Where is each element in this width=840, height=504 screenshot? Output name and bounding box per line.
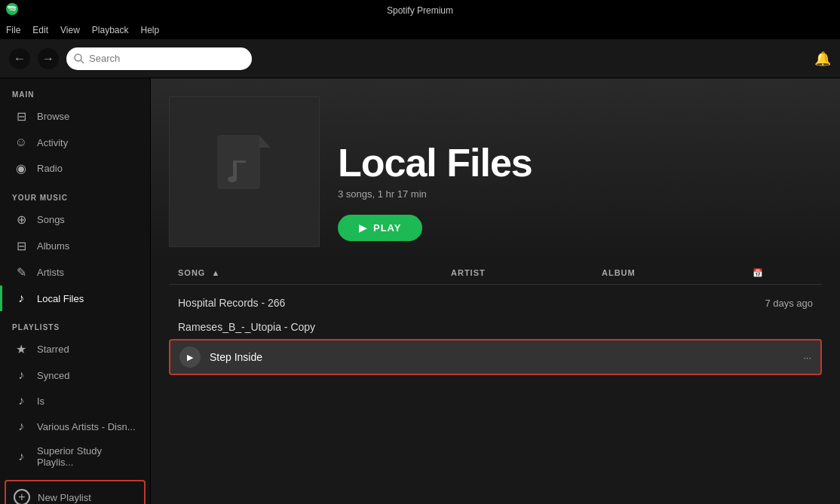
play-button[interactable]: ▶ PLAY	[338, 215, 422, 241]
sidebar-item-is[interactable]: ♪ Is	[0, 388, 150, 414]
sidebar-superior-label: Superior Study Playlis...	[37, 445, 138, 468]
track-name: Rameses_B_-_Utopia - Copy	[178, 321, 451, 333]
menu-file[interactable]: File	[6, 25, 20, 35]
notification-icon[interactable]: 🔔	[814, 50, 831, 67]
track-date: 7 days ago	[753, 298, 813, 309]
search-input[interactable]	[89, 53, 244, 64]
sidebar-local-files-label: Local Files	[37, 293, 84, 304]
sidebar-your-music-label: YOUR MUSIC	[0, 182, 150, 206]
play-button-label: PLAY	[373, 222, 401, 234]
sidebar-item-various-artists[interactable]: ♪ Various Artists - Disn...	[0, 414, 150, 439]
content-area: Local Files 3 songs, 1 hr 17 min ▶ PLAY …	[151, 78, 840, 504]
hero-meta: 3 songs, 1 hr 17 min	[338, 188, 532, 200]
title-bar: Spotify Premium	[0, 0, 840, 21]
artists-icon: ✎	[14, 265, 28, 279]
sidebar-item-browse[interactable]: ⊟ Browse	[0, 103, 150, 130]
new-playlist-plus-icon: +	[14, 489, 30, 504]
new-playlist-label: New Playlist	[38, 492, 91, 503]
column-artist: ARTIST	[451, 268, 602, 278]
forward-button[interactable]: →	[38, 48, 59, 69]
sidebar-item-local-files[interactable]: ♪ Local Files	[0, 286, 150, 311]
track-title: Rameses_B_-_Utopia - Copy	[178, 321, 315, 333]
menu-help[interactable]: Help	[141, 25, 160, 35]
svg-line-2	[81, 60, 84, 63]
track-list: SONG ▲ ARTIST ALBUM 📅 Hospital Records -…	[151, 262, 840, 504]
main-layout: MAIN ⊟ Browse ☺ Activity ◉ Radio YOUR MU…	[0, 78, 840, 504]
menu-playback[interactable]: Playback	[92, 25, 129, 35]
hero-section: Local Files 3 songs, 1 hr 17 min ▶ PLAY	[151, 78, 840, 262]
track-title: Step Inside	[210, 351, 262, 363]
table-row[interactable]: Rameses_B_-_Utopia - Copy	[169, 315, 822, 339]
sidebar-radio-label: Radio	[37, 163, 63, 174]
sidebar-main-label: MAIN	[0, 78, 150, 103]
songs-icon: ⊕	[14, 212, 28, 227]
superior-study-icon: ♪	[14, 450, 28, 463]
sidebar-item-artists[interactable]: ✎ Artists	[0, 259, 150, 286]
radio-icon: ◉	[14, 161, 28, 176]
sidebar-browse-label: Browse	[37, 111, 69, 122]
column-date: 📅	[753, 268, 813, 278]
search-bar	[66, 47, 252, 70]
table-row[interactable]: ▶ Step Inside ···	[169, 339, 822, 375]
new-playlist-button[interactable]: + New Playlist	[6, 481, 144, 504]
sidebar-artists-label: Artists	[37, 267, 64, 278]
hero-artwork	[169, 96, 320, 247]
sidebar-item-starred[interactable]: ★ Starred	[0, 336, 150, 362]
sidebar-item-activity[interactable]: ☺ Activity	[0, 130, 150, 155]
spotify-logo	[6, 3, 18, 18]
sidebar-songs-label: Songs	[37, 214, 65, 225]
menu-edit[interactable]: Edit	[32, 25, 48, 35]
hero-info: Local Files 3 songs, 1 hr 17 min ▶ PLAY	[338, 143, 532, 247]
activity-icon: ☺	[14, 136, 28, 149]
track-dots-menu[interactable]: ···	[751, 352, 811, 363]
sidebar-item-albums[interactable]: ⊟ Albums	[0, 233, 150, 259]
sidebar-item-radio[interactable]: ◉ Radio	[0, 155, 150, 182]
svg-point-1	[75, 54, 81, 61]
is-icon: ♪	[14, 394, 28, 408]
starred-icon: ★	[14, 342, 28, 356]
svg-point-8	[228, 176, 237, 182]
track-name: Hospital Records - 266	[178, 297, 451, 309]
sidebar: MAIN ⊟ Browse ☺ Activity ◉ Radio YOUR MU…	[0, 78, 151, 504]
music-file-icon	[214, 134, 274, 209]
svg-rect-7	[237, 160, 246, 163]
column-album: ALBUM	[602, 268, 753, 278]
sidebar-item-superior-study[interactable]: ♪ Superior Study Playlis...	[0, 439, 150, 474]
various-artists-icon: ♪	[14, 420, 28, 433]
track-list-header: SONG ▲ ARTIST ALBUM 📅	[169, 262, 822, 285]
sidebar-various-label: Various Artists - Disn...	[37, 421, 136, 432]
track-title: Hospital Records - 266	[178, 297, 285, 309]
hero-title: Local Files	[338, 143, 532, 182]
column-song: SONG ▲	[178, 268, 451, 278]
browse-icon: ⊟	[14, 109, 28, 124]
more-options-icon: ···	[803, 352, 811, 363]
track-name: ▶ Step Inside	[179, 347, 449, 368]
play-triangle-icon: ▶	[359, 222, 367, 234]
synced-icon: ♪	[14, 368, 28, 382]
sidebar-synced-label: Synced	[37, 370, 69, 381]
svg-point-0	[6, 3, 18, 15]
table-row[interactable]: Hospital Records - 266 7 days ago	[169, 291, 822, 315]
albums-icon: ⊟	[14, 239, 28, 253]
back-button[interactable]: ←	[9, 48, 30, 69]
sidebar-item-synced[interactable]: ♪ Synced	[0, 362, 150, 388]
top-bar: ← → 🔔	[0, 39, 840, 78]
sidebar-albums-label: Albums	[37, 240, 69, 252]
title-bar-text: Spotify Premium	[387, 5, 453, 16]
search-icon	[74, 53, 84, 64]
sort-icon: ▲	[211, 268, 220, 277]
local-files-icon: ♪	[14, 292, 28, 305]
menu-bar: File Edit View Playback Help	[0, 21, 840, 39]
sidebar-is-label: Is	[37, 396, 44, 407]
sidebar-activity-label: Activity	[37, 137, 68, 148]
menu-view[interactable]: View	[60, 25, 80, 35]
sidebar-item-songs[interactable]: ⊕ Songs	[0, 206, 150, 233]
sidebar-playlists-label: PLAYLISTS	[0, 311, 150, 336]
sidebar-starred-label: Starred	[37, 344, 69, 355]
play-row-icon: ▶	[179, 347, 201, 368]
